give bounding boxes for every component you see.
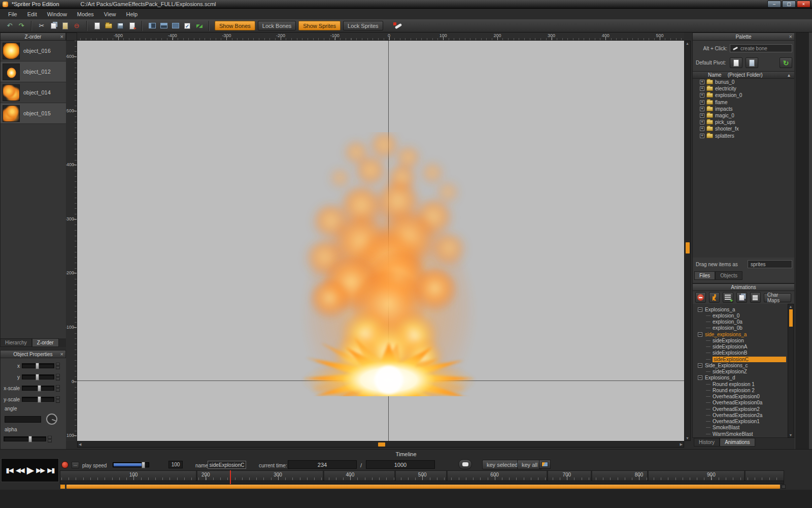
canvas-vertical-scrollbar[interactable]: ▲ ▼ — [684, 41, 691, 441]
timeline-track[interactable] — [60, 481, 784, 484]
menu-modes[interactable]: Modes — [72, 10, 99, 19]
pivot-preset-button[interactable] — [730, 57, 742, 68]
more-options-button[interactable]: ... — [72, 462, 79, 468]
pivot-preset-button-2[interactable] — [746, 57, 758, 68]
animation-row[interactable]: sideExplosionA — [693, 344, 794, 350]
file-tree-header[interactable]: Name (Project Folder) ▴ — [693, 71, 794, 79]
animation-settings-button[interactable] — [750, 292, 761, 303]
animation-row[interactable]: SmokeBlast — [693, 425, 794, 431]
palette-folder-row[interactable]: +splatters — [693, 133, 794, 139]
canvas-viewport[interactable] — [77, 41, 684, 441]
menu-window[interactable]: Window — [42, 10, 72, 19]
animation-row[interactable]: explosion_0b — [693, 325, 794, 331]
expand-icon[interactable]: + — [700, 107, 704, 111]
slider-handle[interactable] — [36, 363, 39, 369]
animation-row[interactable]: explosion_0 — [693, 312, 794, 319]
play-speed-slider[interactable] — [113, 462, 149, 467]
y-scale-slider[interactable] — [22, 397, 54, 402]
expand-icon[interactable]: + — [700, 93, 704, 98]
collapse-icon[interactable]: − — [698, 332, 702, 337]
duplicate-animation-button[interactable] — [736, 292, 747, 303]
create-bone-tool[interactable]: create bone — [730, 44, 792, 52]
key-selected-button[interactable]: key selected — [482, 460, 522, 469]
scroll-up-icon[interactable]: ▲ — [685, 42, 690, 45]
new-file-icon[interactable] — [92, 21, 101, 30]
timeline-zoom-handle[interactable] — [60, 485, 65, 489]
tab-animations[interactable]: Animations — [720, 438, 755, 447]
animation-row[interactable]: WarmSmokeBlast — [693, 431, 794, 437]
show-bones-button[interactable]: Show Bones — [215, 21, 255, 30]
export-icon[interactable] — [127, 21, 137, 30]
open-folder-icon[interactable] — [104, 21, 113, 30]
y-spinner[interactable] — [56, 374, 60, 380]
collapse-icon[interactable]: − — [698, 363, 702, 368]
lock-bones-button[interactable]: Lock Bones — [258, 21, 296, 30]
animation-row[interactable]: sideExplosionC — [693, 356, 794, 362]
slider-handle[interactable] — [36, 374, 39, 380]
alpha-spinner[interactable] — [48, 436, 52, 442]
animation-row[interactable]: OverheadExplosion1 — [693, 419, 794, 425]
zorder-item[interactable]: object_012 — [1, 61, 66, 82]
show-sprites-button[interactable]: Show Sprites — [298, 21, 341, 30]
slider-handle[interactable] — [28, 436, 32, 442]
tab-objects[interactable]: Objects — [715, 271, 742, 280]
play-speed-value[interactable]: 100 — [168, 461, 183, 468]
palette-folder-row[interactable]: +impacts — [693, 106, 794, 112]
lock-sprites-button[interactable]: Lock Sprites — [343, 21, 383, 30]
x-slider[interactable] — [22, 363, 54, 368]
animation-row[interactable]: OverheadExplosion2 — [693, 406, 794, 412]
timeline-scrollbar[interactable] — [66, 485, 780, 489]
animation-row[interactable]: sideExplosion — [693, 337, 794, 343]
angle-dial[interactable] — [46, 414, 57, 425]
menu-help[interactable]: Help — [121, 10, 143, 19]
animation-row[interactable]: −side_explosions_a — [693, 331, 794, 337]
toggle-grid-icon[interactable]: ✓ — [183, 21, 192, 30]
menu-edit[interactable]: Edit — [22, 10, 42, 19]
scroll-up-icon[interactable]: ▲ — [788, 305, 793, 308]
total-time-field[interactable]: 1000 — [366, 460, 435, 469]
animation-row[interactable]: −Explosions_d — [693, 375, 794, 381]
close-button[interactable]: × — [797, 1, 810, 8]
scroll-right-icon[interactable]: ▶ — [679, 442, 683, 447]
save-icon[interactable] — [116, 21, 125, 30]
cut-icon[interactable]: ✂ — [37, 21, 46, 30]
animation-row[interactable]: −Side_Explosions_c — [693, 362, 794, 368]
expand-icon[interactable]: + — [700, 113, 704, 118]
scrollbar-thumb[interactable] — [378, 442, 385, 447]
animation-row[interactable]: −Explosions_a — [693, 306, 794, 312]
sort-indicator-icon[interactable]: ▴ — [788, 72, 790, 78]
zorder-item[interactable]: object_014 — [1, 82, 66, 103]
expand-icon[interactable]: + — [700, 80, 704, 84]
explosion-sprite[interactable] — [280, 132, 498, 396]
tab-zorder[interactable]: Z-order — [32, 338, 59, 347]
playhead[interactable] — [230, 470, 231, 484]
menu-view[interactable]: View — [99, 10, 121, 19]
tab-files[interactable]: Files — [694, 271, 715, 280]
zorder-item[interactable]: object_016 — [1, 41, 66, 61]
skip-to-end-button[interactable]: ▶▮ — [47, 466, 54, 474]
toggle-canvas-panel-icon[interactable] — [171, 21, 180, 30]
animation-row[interactable]: Round explosion 2 — [693, 387, 794, 393]
toggle-left-panel-icon[interactable] — [148, 21, 157, 30]
x-spinner[interactable] — [56, 363, 60, 369]
redo-icon[interactable]: ↷ — [17, 21, 26, 30]
delete-icon[interactable]: ⊖ — [72, 21, 81, 30]
record-button[interactable] — [61, 461, 69, 468]
panel-splitter[interactable] — [809, 33, 812, 449]
new-animation-button[interactable] — [723, 292, 733, 303]
x-scale-spinner[interactable] — [56, 385, 60, 392]
skip-to-start-button[interactable]: ▮◀ — [6, 466, 13, 474]
expand-icon[interactable]: + — [700, 86, 704, 91]
paste-icon[interactable] — [60, 21, 70, 30]
fast-forward-button[interactable]: ▶▶ — [36, 466, 45, 474]
palette-folder-row[interactable]: +bunus_0 — [693, 79, 794, 85]
play-animation-button[interactable] — [709, 292, 720, 303]
fullscreen-icon[interactable]: ◤◢ — [194, 21, 204, 30]
alpha-slider[interactable] — [4, 436, 46, 441]
expand-icon[interactable]: + — [700, 134, 704, 138]
x-scale-slider[interactable] — [22, 386, 54, 391]
minimize-button[interactable]: – — [767, 1, 781, 8]
close-panel-icon[interactable]: × — [60, 34, 63, 40]
key-image-button[interactable] — [539, 460, 551, 469]
animation-row[interactable]: Round explosion 1 — [693, 381, 794, 387]
